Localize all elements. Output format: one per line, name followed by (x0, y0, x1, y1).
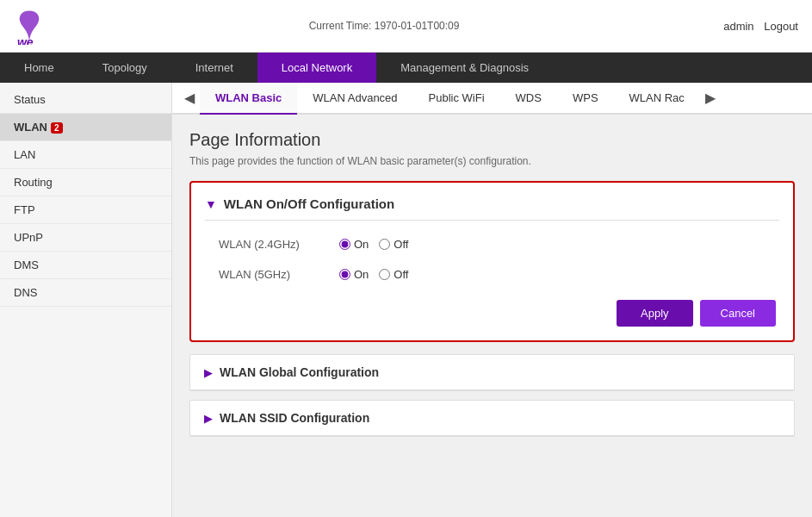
wlan-onoff-title: WLAN On/Off Configuration (224, 196, 394, 211)
tab-next-button[interactable]: ▶ (700, 86, 721, 109)
page-title: Page Information (189, 130, 795, 150)
wlan-24-label: WLAN (2.4GHz) (219, 238, 339, 251)
wlan-24-on-radio[interactable] (339, 239, 350, 250)
tab-wps[interactable]: WPS (557, 83, 614, 115)
wlan-global-title: WLAN Global Configuration (220, 365, 379, 379)
wlan-5-on-radio[interactable] (339, 269, 350, 280)
sidebar-item-routing[interactable]: Routing (0, 169, 171, 196)
sidebar-item-upnp[interactable]: UPnP (0, 224, 171, 252)
wlan-global-section: ▶ WLAN Global Configuration (189, 354, 795, 391)
wlan-5-off-radio[interactable] (379, 269, 390, 280)
wlan-24-off-option[interactable]: Off (379, 238, 408, 251)
tab-prev-button[interactable]: ◀ (179, 86, 200, 109)
wlan-24-on-option[interactable]: On (339, 238, 369, 251)
main-nav: Home Topology Internet Local Network Man… (0, 53, 812, 83)
content-area: ◀ WLAN Basic WLAN Advanced Public WiFi W… (172, 83, 812, 517)
wlan-24-row: WLAN (2.4GHz) On Off (205, 231, 779, 258)
wlan-onoff-header: ▼ WLAN On/Off Configuration (205, 196, 779, 221)
button-row: Apply Cancel (205, 300, 779, 327)
wlan-onoff-toggle-icon[interactable]: ▼ (205, 197, 217, 211)
sidebar-badge-wlan: 2 (51, 122, 63, 134)
wlan-global-toggle-icon: ▶ (204, 366, 213, 379)
page-description: This page provides the function of WLAN … (189, 155, 795, 167)
wlan-5-on-option[interactable]: On (339, 268, 369, 281)
wlan-24-radio-group: On Off (339, 238, 408, 251)
tab-bar: ◀ WLAN Basic WLAN Advanced Public WiFi W… (172, 83, 812, 115)
wlan-5-row: WLAN (5GHz) On Off (205, 261, 779, 288)
wlan-ssid-title: WLAN SSID Configuration (220, 411, 369, 425)
user-controls: admin Logout (723, 20, 798, 33)
cancel-button[interactable]: Cancel (700, 300, 776, 327)
current-time: Current Time: 1970-01-01T00:09 (309, 20, 460, 32)
sidebar-item-lan[interactable]: LAN (0, 141, 171, 169)
nav-topology[interactable]: Topology (78, 53, 171, 83)
wlan-5-radio-group: On Off (339, 268, 408, 281)
wlan-24-off-label: Off (394, 238, 408, 251)
admin-label: admin (723, 20, 753, 33)
sidebar: Status WLAN2 LAN Routing FTP UPnP DMS DN… (0, 83, 172, 517)
page-content: Page Information This page provides the … (172, 115, 812, 461)
wlan-24-off-radio[interactable] (379, 239, 390, 250)
wlan-5-on-label: On (354, 268, 369, 281)
wlan-onoff-section: ▼ WLAN On/Off Configuration WLAN (2.4GHz… (189, 181, 795, 342)
sidebar-item-dms[interactable]: DMS (0, 252, 171, 279)
sidebar-item-dns[interactable]: DNS (0, 279, 171, 307)
logout-link[interactable]: Logout (764, 20, 798, 33)
nav-management[interactable]: Management & Diagnosis (376, 53, 553, 83)
apply-button[interactable]: Apply (617, 300, 693, 327)
wlan-ssid-header[interactable]: ▶ WLAN SSID Configuration (190, 401, 794, 436)
nav-home[interactable]: Home (0, 53, 78, 83)
tab-public-wifi[interactable]: Public WiFi (413, 83, 500, 115)
header: we Current Time: 1970-01-01T00:09 admin … (0, 0, 812, 53)
sidebar-item-status[interactable]: Status (0, 86, 171, 114)
logo: we (14, 7, 45, 45)
wlan-5-off-option[interactable]: Off (379, 268, 408, 281)
sidebar-item-wlan[interactable]: WLAN2 (0, 114, 171, 141)
tab-wlan-rac[interactable]: WLAN Rac (614, 83, 700, 115)
tab-wds[interactable]: WDS (500, 83, 557, 115)
main-layout: Status WLAN2 LAN Routing FTP UPnP DMS DN… (0, 83, 812, 517)
nav-internet[interactable]: Internet (171, 53, 257, 83)
wlan-ssid-section: ▶ WLAN SSID Configuration (189, 400, 795, 437)
sidebar-item-ftp[interactable]: FTP (0, 196, 171, 224)
wlan-5-label: WLAN (5GHz) (219, 268, 339, 281)
wlan-ssid-toggle-icon: ▶ (204, 412, 213, 425)
wlan-global-header[interactable]: ▶ WLAN Global Configuration (190, 355, 794, 390)
tab-wlan-advanced[interactable]: WLAN Advanced (297, 83, 412, 115)
svg-text:we: we (17, 35, 34, 45)
nav-local-network[interactable]: Local Network (257, 53, 376, 83)
wlan-24-on-label: On (354, 238, 369, 251)
tab-wlan-basic[interactable]: WLAN Basic (200, 83, 297, 115)
wlan-5-off-label: Off (394, 268, 408, 281)
